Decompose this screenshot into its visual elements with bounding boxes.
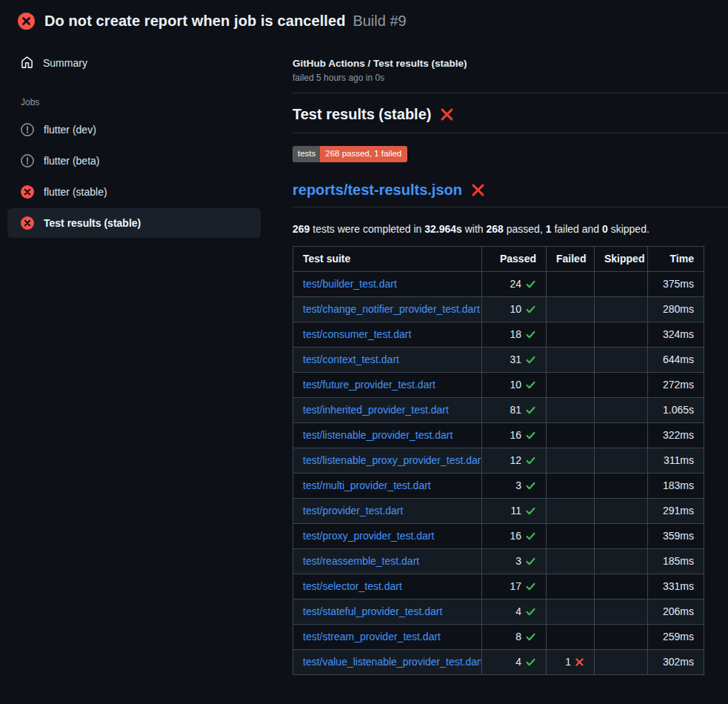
suite-link[interactable]: test/stream_provider_test.dart (303, 631, 441, 642)
column-header-failed: Failed (547, 246, 595, 271)
skipped-cell (595, 271, 648, 296)
passed-cell: 8 (482, 624, 547, 649)
passed-cell: 3 (482, 548, 547, 574)
suite-link[interactable]: test/future_provider_test.dart (303, 379, 435, 391)
column-header-skipped: Skipped (595, 246, 648, 271)
passed-cell: 18 (482, 322, 547, 347)
suite-link[interactable]: test/provider_test.dart (303, 505, 403, 517)
passed-cell: 4 (482, 649, 547, 674)
suite-link[interactable]: test/selector_test.dart (303, 580, 402, 592)
suite-link[interactable]: test/listenable_proxy_provider_test.dart (303, 454, 482, 466)
time-cell: 206ms (648, 599, 704, 624)
job-label: flutter (stable) (44, 186, 107, 198)
failed-cell (547, 498, 595, 523)
passed-cell: 16 (482, 523, 547, 548)
test-results-table: Test suitePassedFailedSkippedTime test/b… (293, 246, 704, 675)
suite-link[interactable]: test/inherited_provider_test.dart (303, 404, 449, 416)
run-status-text: failed 5 hours ago in 0s (293, 73, 728, 83)
check-icon (525, 455, 536, 466)
sidebar-job-flutter-stable-[interactable]: flutter (stable) (7, 177, 261, 207)
summary-segment: 269 (293, 223, 310, 235)
suite-link[interactable]: test/value_listenable_provider_test.dart (303, 656, 482, 668)
suite-cell: test/value_listenable_provider_test.dart (293, 649, 482, 674)
table-row: test/consumer_test.dart18324ms (293, 322, 704, 347)
x-icon (575, 657, 584, 667)
check-run-header: GitHub Actions / Test results (stable) f… (293, 58, 728, 93)
sidebar-item-summary[interactable]: Summary (7, 49, 261, 76)
suite-cell: test/builder_test.dart (293, 271, 482, 296)
check-icon (525, 329, 536, 340)
time-cell: 311ms (648, 448, 704, 473)
check-icon (525, 304, 536, 315)
job-label: Test results (stable) (44, 217, 141, 229)
check-icon (525, 581, 536, 592)
passed-count: 10 (510, 303, 521, 316)
passed-cell: 12 (482, 448, 547, 473)
failed-cell (547, 296, 595, 322)
time-cell: 183ms (648, 473, 704, 498)
skipped-cell (595, 523, 648, 548)
skipped-cell (595, 422, 648, 448)
column-header-passed: Passed (482, 246, 547, 271)
check-icon (525, 430, 536, 441)
jobs-section-label: Jobs (7, 97, 261, 107)
suite-cell: test/consumer_test.dart (293, 322, 482, 347)
skipped-cell (595, 397, 648, 422)
passed-cell: 10 (482, 296, 547, 322)
section-title: Test results (stable) (293, 106, 728, 133)
table-row: test/provider_test.dart11291ms (293, 498, 704, 523)
sidebar-job-test-results-stable-[interactable]: Test results (stable) (7, 208, 261, 238)
suite-link[interactable]: test/proxy_provider_test.dart (303, 530, 434, 542)
sidebar-job-flutter-beta-[interactable]: flutter (beta) (7, 146, 261, 176)
summary-line: 269 tests were completed in 32.964s with… (293, 223, 728, 235)
report-file-title: reports/test-results.json (293, 182, 728, 207)
time-cell: 322ms (648, 422, 704, 448)
passed-count: 16 (510, 530, 521, 542)
skipped-cell (595, 322, 648, 347)
table-row: test/stateful_provider_test.dart4206ms (293, 599, 704, 624)
failed-x-icon (440, 107, 454, 122)
time-cell: 280ms (648, 296, 704, 322)
summary-segment: 32.964s (424, 223, 462, 235)
suite-cell: test/stream_provider_test.dart (293, 624, 482, 649)
failed-circle-icon (21, 185, 34, 199)
suite-link[interactable]: test/context_test.dart (303, 353, 399, 365)
passed-cell: 16 (482, 422, 547, 448)
summary-segment: 0 (602, 223, 608, 235)
job-label: flutter (dev) (44, 124, 96, 136)
table-row: test/multi_provider_test.dart3183ms (293, 473, 704, 498)
failed-circle-icon (21, 216, 34, 230)
skipped-cell (595, 448, 648, 473)
suite-link[interactable]: test/multi_provider_test.dart (303, 479, 431, 491)
report-file-link[interactable]: reports/test-results.json (293, 182, 462, 199)
suite-cell: test/inherited_provider_test.dart (293, 397, 482, 422)
table-row: test/stream_provider_test.dart8259ms (293, 624, 704, 649)
cancelled-circle-icon (21, 154, 34, 167)
summary-segment: 268 (487, 223, 504, 235)
jobs-list: flutter (dev)flutter (beta)flutter (stab… (7, 115, 261, 238)
failed-cell (547, 347, 595, 372)
passed-count: 10 (510, 379, 521, 391)
suite-link[interactable]: test/stateful_provider_test.dart (303, 605, 442, 617)
tests-badge: tests 268 passed, 1 failed (293, 146, 407, 162)
suite-link[interactable]: test/change_notifier_provider_test.dart (303, 303, 480, 315)
passed-count: 24 (510, 278, 521, 290)
suite-cell: test/change_notifier_provider_test.dart (293, 296, 482, 322)
summary-segment: 1 (546, 223, 552, 235)
check-icon (525, 657, 536, 668)
passed-cell: 4 (482, 599, 547, 624)
table-row: test/proxy_provider_test.dart16359ms (293, 523, 704, 548)
build-number: Build #9 (353, 13, 406, 29)
passed-count: 18 (510, 328, 521, 341)
sidebar-summary-label: Summary (43, 57, 87, 69)
suite-link[interactable]: test/listenable_provider_test.dart (303, 429, 453, 441)
time-cell: 1.065s (648, 397, 704, 422)
failed-count: 1 (565, 656, 571, 668)
suite-link[interactable]: test/reassemble_test.dart (303, 555, 419, 567)
passed-cell: 11 (482, 498, 547, 523)
failed-cell (547, 523, 595, 548)
suite-link[interactable]: test/builder_test.dart (303, 278, 397, 290)
passed-count: 4 (515, 656, 521, 668)
sidebar-job-flutter-dev-[interactable]: flutter (dev) (7, 115, 261, 145)
suite-link[interactable]: test/consumer_test.dart (303, 328, 411, 340)
